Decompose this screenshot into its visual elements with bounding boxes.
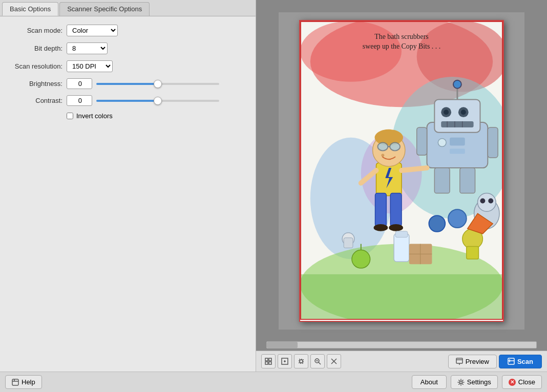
svg-rect-34 (376, 163, 402, 195)
svg-rect-83 (12, 379, 18, 385)
brightness-slider[interactable] (96, 83, 219, 85)
bit-depth-select[interactable]: 8 16 (67, 42, 108, 54)
resolution-select[interactable]: 75 DPI 150 DPI 300 DPI 600 DPI (67, 60, 113, 72)
settings-label: Settings (467, 378, 491, 386)
svg-point-42 (377, 142, 388, 150)
resolution-row: Scan resolution: 75 DPI 150 DPI 300 DPI … (6, 60, 249, 72)
svg-point-45 (381, 154, 384, 157)
svg-point-27 (438, 138, 446, 146)
bit-depth-label: Bit depth: (6, 45, 62, 52)
preview-scrollbar[interactable] (266, 341, 537, 349)
zoom-page-button[interactable] (278, 354, 292, 368)
close-label: Close (518, 378, 535, 386)
svg-rect-24 (460, 168, 475, 193)
help-button[interactable]: Help (5, 375, 42, 389)
svg-rect-12 (434, 99, 480, 132)
contrast-label: Contrast: (6, 97, 62, 104)
svg-rect-25 (488, 127, 498, 157)
left-panel: Basic Options Scanner Specific Options S… (0, 0, 256, 372)
svg-rect-49 (395, 231, 408, 237)
svg-point-53 (352, 250, 370, 268)
help-label: Help (22, 378, 35, 386)
svg-point-38 (374, 224, 388, 231)
svg-text:The bath scrubbers: The bath scrubbers (374, 32, 428, 40)
svg-point-18 (453, 80, 461, 88)
preview-button[interactable]: Preview (448, 355, 497, 368)
invert-checkbox[interactable] (67, 113, 73, 119)
bit-depth-row: Bit depth: 8 16 (6, 42, 249, 54)
preview-icon (456, 358, 463, 365)
svg-rect-56 (344, 237, 353, 248)
scan-mode-label: Scan mode: (6, 27, 62, 34)
contrast-row: Contrast: (6, 95, 249, 106)
svg-text:sweep up the Copy Bits . . .: sweep up the Copy Bits . . . (363, 42, 440, 50)
svg-rect-65 (265, 362, 268, 364)
scan-button[interactable]: Scan (499, 355, 542, 368)
settings-icon (457, 379, 465, 386)
scan-icon (508, 358, 515, 365)
svg-rect-29 (450, 148, 465, 154)
preview-toolbar: Preview Scan (256, 351, 547, 372)
scan-preview: The bath scrubbers sweep up the Copy Bit… (279, 12, 524, 330)
svg-point-60 (448, 209, 467, 228)
svg-point-43 (390, 142, 400, 150)
help-icon (12, 379, 19, 386)
about-button[interactable]: About (412, 375, 447, 389)
footer-bar: Help About Settings ✕ Close (0, 372, 547, 392)
scrollbar-thumb (267, 342, 298, 348)
zoom-fit-button[interactable] (261, 354, 276, 368)
svg-rect-19 (441, 121, 473, 127)
svg-point-61 (429, 215, 445, 232)
zoom-out-button[interactable] (310, 354, 325, 368)
contrast-slider[interactable] (96, 100, 219, 102)
brightness-label: Brightness: (6, 80, 62, 88)
scan-label: Scan (517, 358, 533, 365)
svg-rect-77 (456, 358, 462, 363)
svg-rect-28 (450, 137, 465, 145)
tab-scanner[interactable]: Scanner Specific Options (59, 2, 150, 16)
tab-basic[interactable]: Basic Options (2, 2, 58, 16)
right-panel: The bath scrubbers sweep up the Copy Bit… (256, 0, 547, 372)
svg-rect-26 (417, 127, 427, 155)
preview-label: Preview (466, 358, 489, 365)
contrast-spinbox[interactable] (67, 95, 92, 106)
svg-line-73 (319, 362, 321, 364)
svg-point-15 (444, 110, 449, 115)
svg-point-41 (375, 129, 403, 145)
preview-area: The bath scrubbers sweep up the Copy Bit… (256, 0, 547, 341)
brightness-row: Brightness: (6, 78, 249, 89)
settings-button[interactable]: Settings (451, 375, 498, 389)
invert-label[interactable]: Invert colors (76, 112, 113, 120)
close-icon: ✕ (509, 379, 516, 386)
svg-rect-63 (265, 358, 268, 361)
scan-image-area: The bath scrubbers sweep up the Copy Bit… (299, 20, 504, 322)
svg-rect-66 (269, 362, 271, 364)
svg-rect-64 (269, 358, 271, 361)
delete-button[interactable] (327, 354, 341, 368)
invert-row: Invert colors (67, 112, 249, 120)
scan-mode-row: Scan mode: Color Grayscale Black & White (6, 25, 249, 36)
svg-rect-7 (300, 274, 503, 319)
svg-point-33 (488, 198, 493, 203)
svg-rect-58 (467, 246, 479, 259)
svg-point-16 (461, 110, 466, 115)
brightness-spinbox[interactable] (67, 78, 92, 89)
svg-rect-23 (434, 168, 450, 193)
tabs-container: Basic Options Scanner Specific Options (0, 0, 256, 16)
crop-button[interactable] (294, 354, 308, 368)
scan-mode-select[interactable]: Color Grayscale Black & White (67, 25, 118, 36)
resolution-label: Scan resolution: (6, 62, 62, 70)
svg-line-47 (402, 168, 427, 170)
svg-rect-48 (394, 233, 409, 261)
svg-point-31 (477, 193, 496, 211)
svg-rect-37 (390, 193, 402, 226)
options-area: Scan mode: Color Grayscale Black & White… (0, 16, 256, 128)
svg-point-39 (389, 224, 403, 231)
svg-point-86 (459, 381, 462, 383)
svg-point-2 (300, 21, 402, 82)
svg-rect-36 (375, 193, 387, 226)
close-button[interactable]: ✕ Close (502, 375, 542, 389)
svg-point-32 (480, 198, 485, 203)
book-illustration-svg: The bath scrubbers sweep up the Copy Bit… (300, 21, 503, 320)
svg-rect-80 (508, 358, 514, 364)
